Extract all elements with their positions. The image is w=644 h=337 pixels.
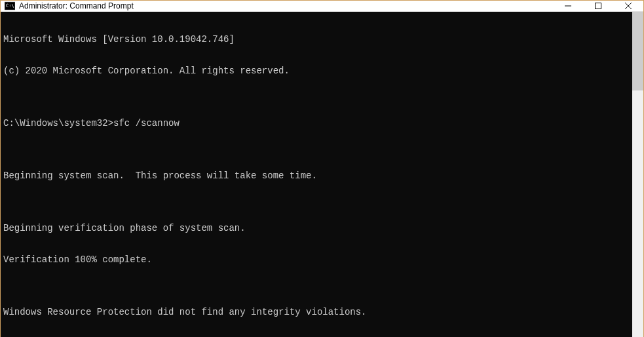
terminal-line: Beginning system scan. This process will… [3, 170, 630, 181]
svg-rect-3 [596, 3, 601, 9]
scrollbar-thumb[interactable] [632, 12, 643, 90]
terminal-line: (c) 2020 Microsoft Corporation. All righ… [3, 66, 630, 76]
terminal-line: Windows Resource Protection did not find… [3, 307, 630, 317]
svg-text:C:\: C:\ [6, 3, 14, 9]
window-title: Administrator: Command Prompt [19, 1, 553, 10]
terminal-line: Microsoft Windows [Version 10.0.19042.74… [3, 34, 630, 45]
terminal-line: Verification 100% complete. [3, 254, 630, 265]
vertical-scrollbar[interactable] [632, 12, 643, 337]
window-controls [553, 1, 643, 11]
close-button[interactable] [613, 1, 643, 11]
titlebar[interactable]: C:\ Administrator: Command Prompt [1, 1, 643, 12]
command-prompt-window: C:\ Administrator: Command Prompt Micros… [0, 0, 644, 337]
terminal-line: C:\Windows\system32>sfc /scannow [3, 118, 630, 129]
command-prompt-icon: C:\ [5, 1, 15, 11]
minimize-button[interactable] [553, 1, 583, 11]
terminal-line: Beginning verification phase of system s… [3, 223, 630, 233]
terminal-output[interactable]: Microsoft Windows [Version 10.0.19042.74… [1, 12, 632, 337]
terminal-area: Microsoft Windows [Version 10.0.19042.74… [1, 12, 643, 337]
maximize-button[interactable] [583, 1, 613, 11]
